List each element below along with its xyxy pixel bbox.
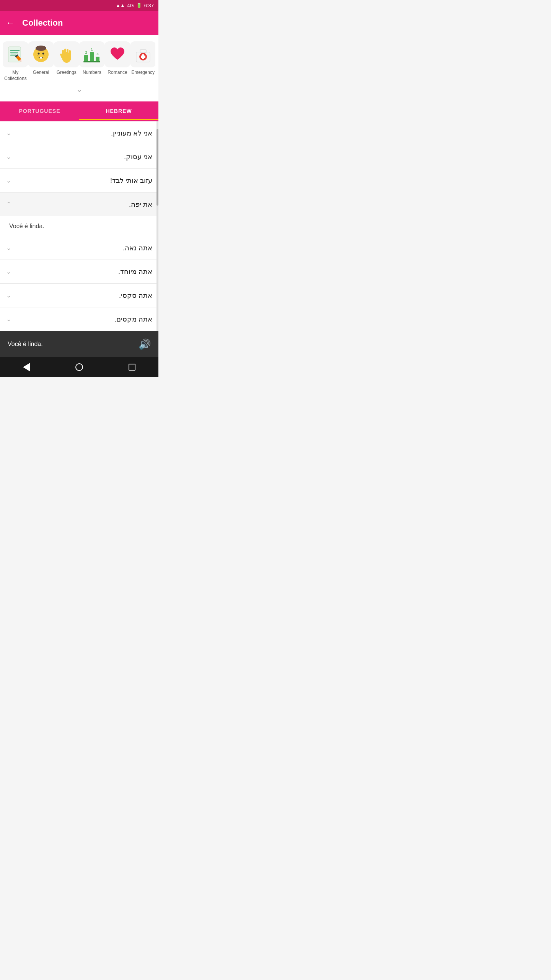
playback-bar: Você é linda. 🔊 — [0, 331, 158, 357]
language-tabs: PORTUGUESE HEBREW — [0, 101, 158, 121]
category-greetings[interactable]: Greetings — [54, 41, 79, 82]
back-button[interactable]: ← — [6, 18, 15, 28]
phrase-row[interactable]: ⌄ אתה נאה. — [0, 236, 158, 260]
navigation-bar — [0, 357, 158, 377]
signal-label: 4G — [127, 3, 134, 8]
recents-nav-button[interactable] — [124, 359, 140, 376]
svg-point-9 — [38, 53, 40, 55]
emergency-label: Emergency — [131, 70, 155, 76]
category-section: My Collections — [0, 35, 158, 101]
phrase-text: את יפה. — [18, 200, 152, 209]
tab-active-underline — [79, 119, 158, 120]
expand-categories-row[interactable]: ⌄ — [3, 82, 155, 98]
chevron-down-icon: ⌄ — [6, 129, 11, 137]
category-general[interactable]: General — [29, 41, 54, 82]
general-label: General — [33, 70, 49, 76]
romance-label: Romance — [108, 70, 127, 76]
header-title: Collection — [22, 18, 63, 28]
svg-rect-17 — [67, 49, 68, 56]
svg-text:1: 1 — [91, 47, 93, 51]
chevron-down-icon: ⌄ — [6, 244, 11, 252]
svg-point-11 — [37, 55, 38, 56]
back-nav-button[interactable] — [18, 359, 35, 376]
status-bar: ▲▲ 4G 🔋 6:37 — [0, 0, 158, 11]
category-numbers[interactable]: 2 1 3 Numbers — [80, 41, 104, 82]
phrase-text: אתה מיוחד. — [18, 268, 152, 276]
translation-row: Você é linda. — [0, 216, 158, 236]
phrase-text: אתה מקסים. — [18, 315, 152, 323]
svg-rect-26 — [83, 61, 100, 62]
numbers-label: Numbers — [83, 70, 101, 76]
battery-icon: 🔋 — [136, 3, 142, 8]
greetings-label: Greetings — [57, 70, 77, 76]
tab-hebrew[interactable]: HEBREW — [79, 101, 158, 121]
expand-icon-cell: ⌄ — [6, 244, 18, 252]
recents-nav-icon — [129, 364, 135, 371]
emergency-icon-wrap — [130, 41, 155, 67]
chevron-down-icon: ⌄ — [6, 268, 11, 275]
phrases-list: ⌄ אני לא מעוניין. ⌄ אני עסוק. ⌄ עזוב אות… — [0, 121, 158, 331]
back-nav-icon — [23, 363, 30, 371]
chevron-down-icon: ⌄ — [6, 177, 11, 184]
category-romance[interactable]: Romance — [105, 41, 130, 82]
phrase-row[interactable]: ⌄ אתה מקסים. — [0, 307, 158, 331]
expand-icon-cell: ⌄ — [6, 177, 18, 184]
translation-text: Você é linda. — [9, 223, 44, 230]
tab-portuguese[interactable]: PORTUGUESE — [0, 101, 79, 121]
app-header: ← Collection — [0, 11, 158, 35]
expand-icon-cell: ⌄ — [6, 292, 18, 299]
phrase-row[interactable]: ⌄ אתה מיוחד. — [0, 260, 158, 284]
svg-rect-13 — [40, 57, 42, 59]
expand-icon-cell: ⌄ — [6, 129, 18, 137]
scrollbar-track[interactable] — [156, 121, 158, 331]
phrase-text: אתה סקסי. — [18, 291, 152, 300]
phrase-row[interactable]: ⌄ עזוב אותי לבד! — [0, 169, 158, 193]
svg-rect-24 — [96, 57, 99, 61]
phrase-row[interactable]: ⌄ אני לא מעוניין. — [0, 121, 158, 145]
category-emergency[interactable]: Emergency — [130, 41, 155, 82]
svg-rect-20 — [84, 55, 88, 61]
home-nav-icon — [75, 363, 83, 371]
expand-icon-cell: ⌄ — [6, 315, 18, 323]
svg-point-10 — [42, 53, 44, 55]
my-collections-icon-wrap — [3, 41, 28, 67]
chevron-down-icon: ⌄ — [6, 315, 11, 323]
svg-rect-16 — [64, 49, 66, 56]
chevron-down-icon: ⌄ — [6, 153, 11, 160]
svg-text:3: 3 — [97, 52, 99, 56]
scrollbar-thumb[interactable] — [156, 129, 158, 206]
expand-icon-cell: ⌄ — [6, 153, 18, 160]
category-row: My Collections — [3, 41, 155, 82]
greetings-icon-wrap — [54, 41, 80, 67]
phrase-row[interactable]: ⌄ אתה סקסי. — [0, 284, 158, 307]
expand-icon-cell: ⌄ — [6, 268, 18, 275]
category-my-collections[interactable]: My Collections — [3, 41, 28, 82]
romance-icon-wrap — [104, 41, 130, 67]
numbers-icon-wrap: 2 1 3 — [79, 41, 105, 67]
phrase-row-expanded[interactable]: ⌃ את יפה. — [0, 193, 158, 216]
chevron-up-icon: ⌃ — [6, 201, 11, 208]
playback-text: Você é linda. — [8, 341, 43, 348]
svg-point-8 — [36, 46, 46, 51]
time-display: 6:37 — [144, 3, 154, 8]
svg-rect-31 — [141, 56, 145, 58]
my-collections-label: My Collections — [3, 70, 28, 82]
svg-rect-18 — [69, 50, 71, 56]
phrase-row[interactable]: ⌄ אני עסוק. — [0, 145, 158, 169]
phrase-text: עזוב אותי לבד! — [18, 176, 152, 185]
general-icon-wrap — [28, 41, 54, 67]
phrase-text: אני עסוק. — [18, 153, 152, 161]
home-nav-button[interactable] — [71, 359, 88, 376]
phrase-text: אני לא מעוניין. — [18, 129, 152, 137]
expand-icon-cell: ⌃ — [6, 201, 18, 208]
svg-rect-22 — [90, 52, 94, 61]
expand-categories-icon: ⌄ — [76, 85, 83, 94]
chevron-down-icon: ⌄ — [6, 292, 11, 299]
svg-text:2: 2 — [85, 51, 87, 54]
signal-icon: ▲▲ — [116, 3, 125, 8]
svg-point-12 — [44, 55, 44, 56]
speaker-icon[interactable]: 🔊 — [139, 338, 151, 350]
phrase-text: אתה נאה. — [18, 244, 152, 252]
